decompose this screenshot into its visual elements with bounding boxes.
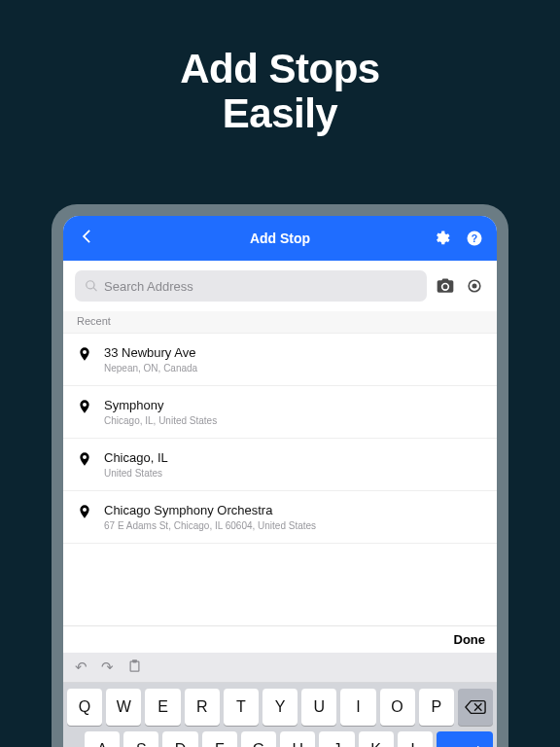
list-item-text: Symphony Chicago, IL, United States — [104, 398, 483, 426]
list-item-title: Chicago, IL — [104, 450, 483, 465]
search-input-wrap[interactable] — [75, 270, 427, 302]
promo-line1: Add Stops — [0, 47, 560, 91]
location-pin-icon — [77, 346, 92, 366]
location-pin-icon — [77, 451, 92, 471]
app-screen: Add Stop ? Recent — [63, 216, 497, 747]
list-item-title: Symphony — [104, 398, 483, 412]
device-frame: Add Stop ? Recent — [52, 204, 508, 747]
key-p[interactable]: P — [419, 689, 454, 726]
key-o[interactable]: O — [380, 689, 415, 726]
keyboard-rows: Q W E R T Y U I O P A S — [63, 683, 497, 747]
list-item-title: 33 Newbury Ave — [104, 345, 483, 360]
key-l[interactable]: L — [398, 731, 433, 747]
list-item-sub: 67 E Adams St, Chicago, IL 60604, United… — [104, 520, 483, 531]
key-t[interactable]: T — [224, 689, 259, 726]
search-row — [63, 261, 497, 311]
list-item-sub: Nepean, ON, Canada — [104, 363, 483, 374]
keyboard-done-bar: Done — [63, 625, 497, 653]
recent-list: 33 Newbury Ave Nepean, ON, Canada Sympho… — [63, 334, 497, 625]
key-e[interactable]: E — [145, 689, 180, 726]
search-key[interactable]: search — [437, 731, 493, 747]
key-h[interactable]: H — [280, 731, 315, 747]
promo-line2: Easily — [0, 91, 560, 136]
search-icon — [85, 279, 98, 293]
key-r[interactable]: R — [185, 689, 220, 726]
list-item[interactable]: Chicago, IL United States — [63, 439, 497, 491]
search-input[interactable] — [104, 279, 417, 294]
list-item[interactable]: Chicago Symphony Orchestra 67 E Adams St… — [63, 491, 497, 544]
svg-text:?: ? — [472, 232, 477, 244]
list-item[interactable]: 33 Newbury Ave Nepean, ON, Canada — [63, 334, 497, 386]
key-s[interactable]: S — [123, 731, 158, 747]
list-item[interactable]: Symphony Chicago, IL, United States — [63, 386, 497, 439]
header-actions: ? — [433, 230, 483, 247]
key-d[interactable]: D — [162, 731, 197, 747]
locate-icon[interactable] — [464, 275, 485, 297]
key-q[interactable]: Q — [67, 689, 102, 726]
undo-icon[interactable]: ↶ — [75, 658, 88, 676]
list-item-title: Chicago Symphony Orchestra — [104, 503, 483, 517]
clipboard-icon[interactable] — [127, 658, 142, 676]
help-icon[interactable]: ? — [466, 230, 483, 247]
promo-title: Add Stops Easily — [0, 0, 560, 136]
recent-label: Recent — [63, 311, 497, 334]
key-u[interactable]: U — [301, 689, 336, 726]
key-f[interactable]: F — [202, 731, 237, 747]
done-button[interactable]: Done — [454, 632, 486, 647]
list-item-sub: Chicago, IL, United States — [104, 415, 483, 426]
keyboard-toolbar: ↶ ↷ — [63, 653, 497, 683]
key-k[interactable]: K — [359, 731, 394, 747]
app-header: Add Stop ? — [63, 216, 497, 261]
list-item-sub: United States — [104, 468, 483, 479]
location-pin-icon — [77, 399, 92, 418]
key-a[interactable]: A — [85, 731, 120, 747]
redo-icon[interactable]: ↷ — [101, 658, 114, 676]
camera-icon[interactable] — [435, 275, 456, 297]
list-item-text: 33 Newbury Ave Nepean, ON, Canada — [104, 345, 483, 374]
row-pad — [67, 731, 81, 747]
location-pin-icon — [77, 504, 92, 523]
key-g[interactable]: G — [241, 731, 276, 747]
keyboard-area: Done ↶ ↷ Q W E R T Y U I O — [63, 625, 497, 747]
key-y[interactable]: Y — [262, 689, 298, 726]
keyboard-row-1: Q W E R T Y U I O P — [67, 689, 493, 726]
list-item-text: Chicago Symphony Orchestra 67 E Adams St… — [104, 503, 483, 531]
back-button[interactable] — [77, 227, 96, 250]
keyboard-row-2: A S D F G H J K L search — [67, 731, 493, 747]
gear-icon[interactable] — [433, 230, 450, 247]
key-i[interactable]: I — [340, 689, 375, 726]
list-item-text: Chicago, IL United States — [104, 450, 483, 479]
backspace-key[interactable] — [458, 689, 493, 726]
key-w[interactable]: W — [106, 689, 141, 726]
key-j[interactable]: J — [319, 731, 354, 747]
